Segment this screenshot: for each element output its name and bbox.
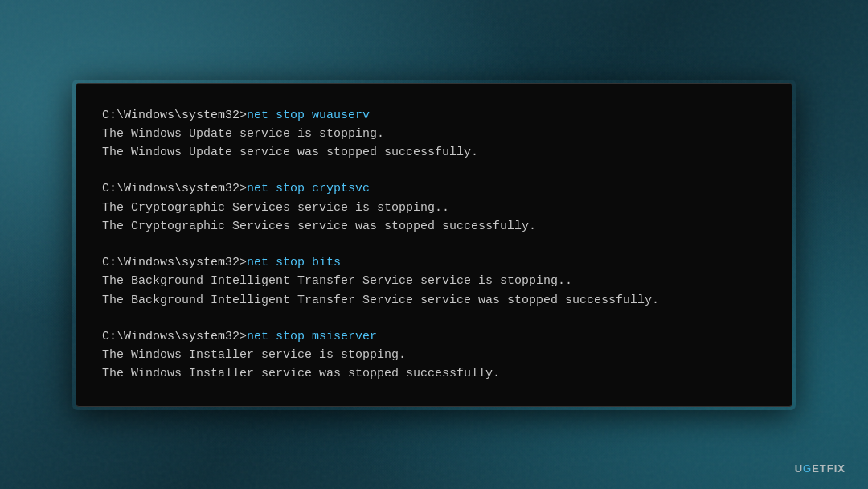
command-block-4: C:\Windows\system32>net stop msiserver T… xyxy=(102,327,766,384)
prompt-cmd-3: net stop bits xyxy=(247,256,341,269)
prompt-path-2: C:\Windows\system32> xyxy=(102,182,247,195)
prompt-line-3: C:\Windows\system32>net stop bits xyxy=(102,253,766,272)
output-line-3-2: The Background Intelligent Transfer Serv… xyxy=(102,291,766,310)
output-line-1-1: The Windows Update service is stopping. xyxy=(102,125,766,143)
prompt-line-1: C:\Windows\system32>net stop wuauserv xyxy=(102,106,766,125)
output-line-4-2: The Windows Installer service was stoppe… xyxy=(102,364,766,383)
watermark-et: ETFIX xyxy=(812,462,845,475)
terminal-wrapper: C:\Windows\system32>net stop wuauserv Th… xyxy=(72,80,796,410)
prompt-path-1: C:\Windows\system32> xyxy=(102,109,247,122)
command-block-1: C:\Windows\system32>net stop wuauserv Th… xyxy=(102,106,766,162)
prompt-line-4: C:\Windows\system32>net stop msiserver xyxy=(102,327,766,346)
output-line-1-2: The Windows Update service was stopped s… xyxy=(102,143,766,162)
watermark: UGETFIX xyxy=(795,462,845,475)
output-line-2-2: The Cryptographic Services service was s… xyxy=(102,217,766,236)
prompt-path-4: C:\Windows\system32> xyxy=(102,330,247,343)
prompt-line-2: C:\Windows\system32>net stop cryptsvc xyxy=(102,179,766,198)
command-block-2: C:\Windows\system32>net stop cryptsvc Th… xyxy=(102,179,766,236)
prompt-cmd-2: net stop cryptsvc xyxy=(247,182,370,195)
output-line-3-1: The Background Intelligent Transfer Serv… xyxy=(102,272,766,290)
prompt-cmd-1: net stop wuauserv xyxy=(247,109,370,122)
prompt-path-3: C:\Windows\system32> xyxy=(102,256,247,269)
output-line-2-1: The Cryptographic Services service is st… xyxy=(102,199,766,217)
watermark-u: U xyxy=(795,462,803,475)
terminal-window: C:\Windows\system32>net stop wuauserv Th… xyxy=(76,83,792,407)
output-line-4-1: The Windows Installer service is stoppin… xyxy=(102,346,766,364)
prompt-cmd-4: net stop msiserver xyxy=(247,330,377,343)
command-block-3: C:\Windows\system32>net stop bits The Ba… xyxy=(102,253,766,310)
watermark-g: G xyxy=(803,462,812,475)
